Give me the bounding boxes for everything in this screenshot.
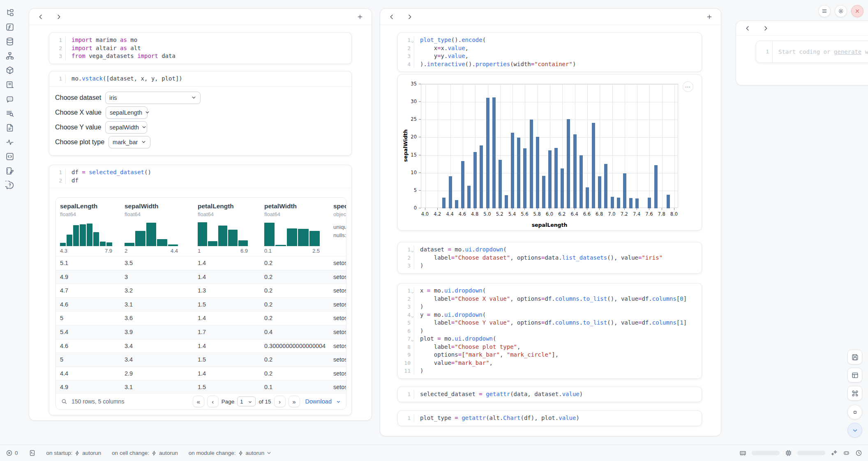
table-row[interactable]: 4.93.11.50.1setosa [56,380,346,394]
search-icon[interactable] [61,398,67,405]
dependency-graph-icon[interactable] [5,51,14,60]
column-header-sepalWidth[interactable]: sepalWidth float64 24.4 [125,203,178,254]
column-header-sepalLength[interactable]: sepalLength float64 4.37.9 [60,203,112,254]
code-line[interactable]: 4).interactive().properties(width="conta… [398,60,702,69]
code-line[interactable]: 10 value="mark_bar", [398,359,702,367]
code-line[interactable]: 1dataset = mo.ui.dropdown( [398,246,702,254]
on-module-change-setting[interactable]: on module change: autorun [189,450,272,456]
packages-icon[interactable] [5,66,14,75]
code-line[interactable]: 11) [398,367,702,375]
chat-bot-icon[interactable] [5,95,14,104]
database-icon[interactable] [5,37,14,46]
table-row[interactable]: 4.931.40.2setosa [56,270,346,284]
help-icon[interactable] [5,181,14,190]
chevron-left-icon[interactable] [37,14,44,20]
first-page-button[interactable]: « [193,396,204,407]
keyboard-shortcuts-button[interactable] [847,386,862,401]
code-line[interactable]: 3) [398,303,702,311]
logs-icon[interactable] [5,80,14,89]
code-line[interactable]: 1import marimo as mo [49,36,351,44]
chevron-left-icon[interactable] [744,25,751,32]
scratchpad-icon[interactable] [5,166,14,175]
settings-button[interactable] [835,5,847,17]
code-cell-df[interactable]: 1df = selected_dataset()2df sepalLength … [49,165,352,415]
code-line[interactable]: 4y = mo.ui.dropdown( [398,311,702,319]
copilot-icon[interactable] [843,449,850,456]
code-line[interactable]: 2 x=x.value, [398,44,702,53]
generate-with-ai-link[interactable]: generate [834,48,861,55]
code-line[interactable]: 3) [398,262,702,270]
code-line[interactable]: 5 label="Choose Y value", options=df.col… [398,319,702,327]
column-header-petalWidth[interactable]: petalWidth float64 0.12.5 [264,203,320,254]
errors-icon[interactable] [6,449,13,456]
code-placeholder[interactable]: Start coding or generate with AI. [773,48,868,55]
code-cell-vstack[interactable]: 1mo.vstack([dataset, x, y, plot]) Choose… [49,71,352,156]
code-line[interactable]: 2df [49,177,351,185]
scroll-down-button[interactable] [847,423,862,438]
clock-icon[interactable] [855,449,862,456]
snippets-icon[interactable] [5,152,14,161]
column-header-species[interactable]: species objectuniquenulls: [333,203,346,240]
plot-area[interactable] [421,84,678,208]
chevron-right-icon[interactable] [762,25,769,32]
dropdown-choose-dataset[interactable]: iris [105,92,201,104]
fold-chevron-icon[interactable] [411,337,414,341]
app-layout-button[interactable] [847,368,862,383]
download-button[interactable]: Download [305,398,342,405]
code-line[interactable]: 1selected_dataset = getattr(data, datase… [398,390,702,399]
code-cell-dataset[interactable]: 1dataset = mo.ui.dropdown(2 label="Choos… [397,242,702,274]
page-select[interactable]: 1 [237,396,256,406]
table-row[interactable]: 5.13.51.40.2setosa [56,256,346,270]
code-line[interactable]: 1mo.vstack([dataset, x, y, plot]) [49,75,351,83]
documentation-icon[interactable] [5,123,14,132]
find-icon[interactable] [5,109,14,118]
code-line[interactable]: 1plot_type().encode( [398,36,702,44]
code-line[interactable]: 8 label="Choose plot type", [398,343,702,351]
stop-button[interactable] [847,405,862,420]
fold-chevron-icon[interactable] [411,313,414,317]
dropdown-choose-x-value[interactable]: sepalLength [106,106,148,119]
empty-code-cell[interactable]: 1 Start coding or generate with AI. [756,41,868,63]
dropdown-choose-y-value[interactable]: sepalWidth [105,121,147,134]
fold-chevron-icon[interactable] [411,248,414,251]
code-line[interactable]: 3from vega_datasets import data [49,52,351,60]
close-button[interactable] [851,5,863,17]
dropdown-choose-plot-type[interactable]: mark_bar [108,136,150,148]
code-line[interactable]: 2 label="Choose X value", options=df.col… [398,295,702,303]
more-options-button[interactable]: ⋯ [683,81,693,92]
code-line[interactable]: 2 label="Choose dataset", options=data.l… [398,254,702,262]
code-line[interactable]: 1x = mo.ui.dropdown( [398,287,702,295]
code-line[interactable]: 6) [398,327,702,335]
table-row[interactable]: 4.42.91.40.2setosa [56,367,346,381]
tracing-icon[interactable] [5,138,14,147]
previous-page-button[interactable]: ‹ [207,396,219,407]
code-cell-imports[interactable]: 1import marimo as mo2import altair as al… [49,32,352,64]
table-row[interactable]: 4.63.11.50.2setosa [56,298,346,312]
chevron-left-icon[interactable] [388,14,395,20]
last-page-button[interactable]: » [289,396,300,407]
sparkles-icon[interactable] [831,449,838,456]
table-row[interactable]: 4.73.21.30.2setosa [56,284,346,298]
table-row[interactable]: 4.63.41.40.30000000000000004setosa [56,339,346,353]
code-line[interactable]: 9 options=["mark_bar", "mark_circle"], [398,351,702,359]
code-line[interactable]: 2import altair as alt [49,44,351,53]
code-line[interactable]: 3 y=y.value, [398,52,702,60]
code-cell-plot[interactable]: 1plot_type().encode(2 x=x.value,3 y=y.va… [397,32,702,72]
on-cell-change-setting[interactable]: on cell change: autorun [112,450,178,456]
table-row[interactable]: 5.43.91.70.4setosa [56,325,346,339]
next-page-button[interactable]: › [274,396,286,407]
menu-button[interactable] [818,5,831,17]
fold-chevron-icon[interactable] [411,38,414,42]
code-line[interactable]: 7plot = mo.ui.dropdown( [398,335,702,343]
column-header-petalLength[interactable]: petalLength float64 16.9 [198,203,248,254]
code-line[interactable]: 1df = selected_dataset() [49,168,351,177]
code-cell-xyplot[interactable]: 1x = mo.ui.dropdown(2 label="Choose X va… [397,283,702,379]
code-cell-plot-type[interactable]: 1plot_type = getattr(alt.Chart(df), plot… [397,410,702,426]
console-icon[interactable] [29,449,36,456]
add-column-icon[interactable] [706,14,713,20]
save-button[interactable] [847,350,862,364]
marimo-file-icon[interactable] [5,23,14,32]
table-row[interactable]: 53.61.40.2setosa [56,311,346,325]
fold-chevron-icon[interactable] [411,289,414,293]
add-column-icon[interactable] [357,14,363,20]
